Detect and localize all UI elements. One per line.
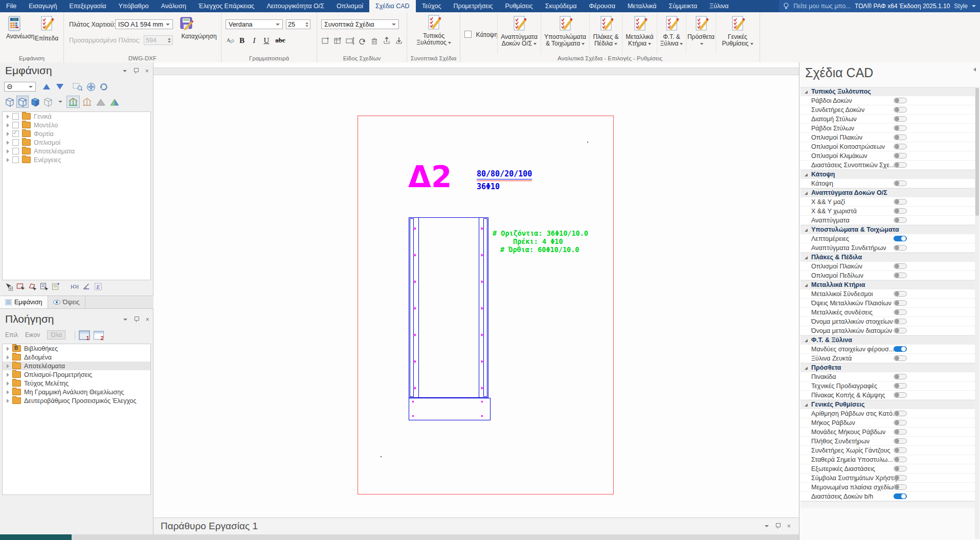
toggle-Μεταλλικές συνδέσεις[interactable]	[894, 309, 907, 315]
section-expander-icon[interactable]	[805, 284, 808, 287]
toggle-Σύμβολα Συστημάτων Χρήστη[interactable]	[894, 475, 907, 481]
toggle-Οπλισμοί Κοιτοστρώσεων[interactable]	[894, 144, 907, 149]
cad-section-Πλάκες & Πέδιλα[interactable]: Πλάκες & Πέδιλα	[800, 253, 975, 262]
refresh-button[interactable]: 123 Ανανέωση	[6, 15, 31, 40]
toggle-Όνομα μεταλλικών διατομών[interactable]	[894, 328, 907, 333]
register-button[interactable]: Καταχώρηση	[179, 15, 219, 40]
nav-select-button[interactable]: Επιλ	[5, 331, 18, 339]
properties-icon[interactable]	[51, 282, 60, 291]
ribbon-button-Μεταλλικά[interactable]: ΜεταλλικάΚτήρια	[622, 13, 657, 54]
display-tree-item-Αποτελέσματα[interactable]: Αποτελέσματα	[3, 147, 150, 155]
dimension-icon[interactable]	[70, 282, 79, 291]
toggle-Αναπτύγματα Συνδετήρων[interactable]	[894, 245, 907, 251]
layers-button[interactable]: Επίπεδα	[34, 15, 59, 42]
toggle-Οπλισμοί Κλιμάκων[interactable]	[894, 153, 907, 159]
toggle-Κάτοψη[interactable]	[894, 181, 907, 186]
custom-width-spinner[interactable]: 594	[144, 35, 173, 45]
toggle-Μήκος Ράβδων[interactable]	[894, 420, 907, 425]
ribbon-button-Γενικές[interactable]: ΓενικέςΡυθμίσεις	[716, 13, 759, 54]
toggle-Αρίθμηση Ράβδων στις Κατό...[interactable]	[894, 411, 907, 416]
cad-section-Αναπτύγματα Δοκών Ο/Σ[interactable]: Αναπτύγματα Δοκών Ο/Σ	[800, 188, 975, 197]
nav-tree-item-Βιβλιοθήκες[interactable]: BΒιβλιοθήκες	[3, 344, 150, 353]
display-panel-close-icon[interactable]: ×	[145, 69, 149, 74]
display-tree-item-Ενέργειες[interactable]: Ενέργειες	[3, 155, 150, 164]
drawing-canvas[interactable]: Δ2 80/80/20/100 36Φ10 # Οριζόντια: 36Φ10…	[153, 62, 799, 518]
view-solid-icon[interactable]	[30, 96, 41, 107]
menu-tab-Προμετρήσεις[interactable]: Προμετρήσεις	[448, 0, 499, 12]
italic-button[interactable]: I	[249, 36, 259, 45]
cad-section-Μεταλλικά Κτήρια[interactable]: Μεταλλικά Κτήρια	[800, 280, 975, 289]
toggle-Οπλισμοί Πλακών[interactable]	[894, 134, 907, 140]
expander-icon[interactable]	[7, 141, 9, 145]
menu-tab-Υπόβαθρο[interactable]: Υπόβαθρο	[112, 0, 154, 12]
nav-panel-menu-icon[interactable]	[123, 319, 127, 321]
toggle-Πλήθος Συνδετήρων[interactable]	[894, 438, 907, 444]
undo-icon[interactable]	[358, 36, 367, 46]
section-expander-icon[interactable]	[805, 229, 808, 232]
cad-section-Υποστυλώματα & Τοιχώματα[interactable]: Υποστυλώματα & Τοιχώματα	[800, 225, 975, 234]
expander-icon[interactable]	[7, 399, 9, 403]
nav-tree-item-Αποτελέσματα[interactable]: Αποτελέσματα	[3, 362, 150, 370]
select-window-icon[interactable]	[16, 282, 25, 291]
ribbon-button-Αναπτύγματα[interactable]: ΑναπτύγματαΔοκών Ο/Σ	[497, 13, 541, 54]
nav-tree-item-Δεδομένα[interactable]: Δεδομένα	[3, 353, 150, 362]
tree-checkbox[interactable]	[12, 139, 19, 146]
expander-icon[interactable]	[7, 115, 9, 119]
font-name-select[interactable]: Verdana	[226, 19, 283, 29]
toggle-Αναπτύγματα[interactable]	[894, 217, 907, 223]
toggle-Ράβδοι Δοκών[interactable]	[894, 98, 907, 103]
section-expander-icon[interactable]	[805, 339, 808, 342]
solid-gray-icon[interactable]	[95, 96, 107, 107]
work-window-pin-icon[interactable]	[776, 523, 779, 529]
expander-icon[interactable]	[7, 123, 9, 127]
toggle-X && Y χωριστά[interactable]	[894, 208, 907, 214]
typical-formwork-button[interactable]: Τυπικός Ξυλότυπος	[411, 14, 456, 46]
nav-icons-button[interactable]: Εικον	[25, 331, 40, 339]
ribbon-button-Φ.Τ. &[interactable]: Φ.Τ. &Ξύλινα	[657, 13, 686, 54]
toggle-Σταθερά Σημεία Υποστυλω...[interactable]	[894, 457, 907, 462]
menu-tab-Σχέδια CAD[interactable]: Σχέδια CAD	[369, 0, 416, 12]
toggle-Πινακίδα[interactable]	[894, 374, 907, 379]
toggle-Συνδετήρες Χωρίς Γάντζους[interactable]	[894, 447, 907, 453]
tree-checkbox[interactable]	[12, 148, 19, 154]
toggle-Εξωτερικές Διαστάσεις[interactable]	[894, 466, 907, 471]
tab-display[interactable]: Εμφάνιση	[0, 296, 48, 308]
style-menu[interactable]: Style	[954, 3, 968, 10]
delete-icon[interactable]	[370, 36, 380, 46]
storey-down-icon[interactable]	[56, 84, 63, 89]
cad-panel-collapse-icon[interactable]	[973, 68, 976, 72]
expander-icon[interactable]	[7, 132, 9, 136]
add-frame-icon[interactable]	[321, 36, 330, 46]
cad-section-Φ.Τ. & Ξύλινα[interactable]: Φ.Τ. & Ξύλινα	[800, 335, 975, 345]
ribbon-button-Πρόσθετα[interactable]: Πρόσθετα	[686, 13, 716, 54]
ribbon-button-Πλάκες &[interactable]: Πλάκες &Πέδιλα	[589, 13, 622, 54]
rename-style-icon[interactable]: A	[226, 36, 235, 45]
toggle-Διαστάσεις Συνοπτικών Σχε...[interactable]	[894, 162, 907, 168]
display-panel-menu-icon[interactable]	[123, 70, 127, 72]
toggle-Λεπτομέρειες[interactable]	[894, 236, 907, 241]
nav-panel-close-icon[interactable]: ×	[145, 317, 149, 322]
display-tree-item-Γενικά[interactable]: Γενικά	[3, 112, 150, 121]
rename-icon[interactable]	[346, 36, 355, 46]
tree-checkbox[interactable]	[12, 122, 19, 128]
font-size-spinner[interactable]: 25	[286, 19, 310, 29]
toggle-Οπλισμοί Πεδίλων[interactable]	[894, 273, 907, 278]
tell-me-box[interactable]: Πείτε μου πως μπο...	[793, 3, 851, 10]
menu-tab-Επεξεργασία[interactable]: Επεξεργασία	[63, 0, 112, 12]
cad-section-Πρόσθετα[interactable]: Πρόσθετα	[800, 363, 975, 372]
paper-width-select[interactable]: ISO A1 594 mm	[115, 19, 173, 29]
menu-tab-Τεύχος[interactable]: Τεύχος	[416, 0, 448, 12]
toggle-Πίνακας Κοπής & Κάμψης[interactable]	[894, 392, 907, 398]
tree-checkbox[interactable]	[12, 130, 19, 137]
drawing-type-select[interactable]: Συνοπτικά Σχέδια	[321, 19, 399, 29]
toggle-Οπλισμοί Πλακών[interactable]	[894, 263, 907, 269]
section-expander-icon[interactable]	[805, 173, 808, 176]
menu-tab-Ρυθμίσεις[interactable]: Ρυθμίσεις	[499, 0, 539, 12]
ribbon-button-Υποστυλώματα[interactable]: Υποστυλώματα& Τοιχώματα	[541, 13, 589, 54]
angle-icon[interactable]	[82, 282, 91, 291]
display-tree-item-Οπλισμοί[interactable]: Οπλισμοί	[3, 138, 150, 147]
pan-icon[interactable]	[86, 82, 96, 92]
cad-section-Κάτοψη[interactable]: Κάτοψη	[800, 170, 975, 179]
toggle-Διατομή Στύλων[interactable]	[894, 116, 907, 122]
nav-tree-item-Δευτεροβάθμιος Προσεισμικός Έλεγχος[interactable]: Δευτεροβάθμιος Προσεισμικός Έλεγχος	[3, 396, 150, 405]
